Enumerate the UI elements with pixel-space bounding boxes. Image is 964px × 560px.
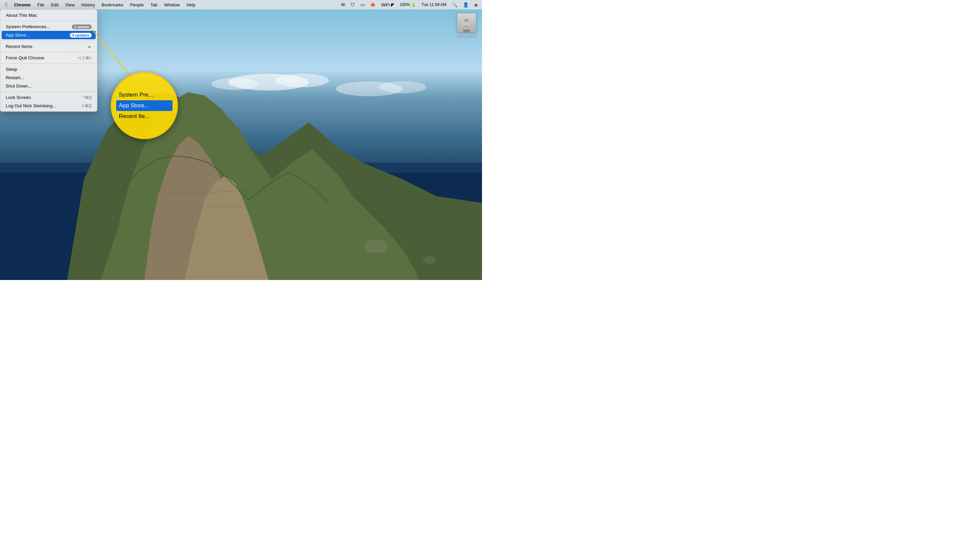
menubar-left:  Chrome File Edit View History Bookmark… [3, 1, 198, 8]
menu-item-sleep[interactable]: Sleep [0, 65, 97, 73]
menu-item-force-quit-label: Force Quit Chrome [6, 55, 44, 60]
menu-item-lock-screen[interactable]: Lock Screen ^⌘Q [0, 93, 97, 102]
menu-item-app-store[interactable]: App Store... 4 updates [2, 31, 96, 39]
menubar-avatar[interactable]: 👤 [461, 2, 470, 8]
usb-drive[interactable]: USB DRIVE [457, 13, 477, 37]
recent-items-arrow: ► [88, 45, 92, 49]
app-store-badge: 4 updates [70, 33, 92, 37]
log-out-shortcut: ⇧⌘Q [81, 104, 92, 108]
usb-drive-label: USB DRIVE [457, 34, 477, 37]
menu-item-system-prefs[interactable]: System Preferences... 1 update [0, 23, 97, 31]
zoom-item-recent-items: Recent Ite... [116, 111, 173, 122]
svg-point-2 [364, 240, 388, 253]
system-prefs-badge: 1 update [72, 24, 92, 29]
menu-item-about-label: About This Mac [6, 13, 37, 18]
menubar-right: ✉ 🛡 ▭ 🍁 WiFi ◤ 100% 🔋 Tue 11:59 AM 🔍 👤 ≣ [340, 2, 479, 8]
menu-item-app-store-label: App Store... [6, 32, 29, 37]
menubar-app-name[interactable]: Chrome [11, 2, 33, 8]
menubar-wifi[interactable]: WiFi ◤ [379, 2, 396, 8]
menu-item-sleep-label: Sleep [6, 67, 18, 72]
menubar-view[interactable]: View [62, 2, 77, 8]
zoom-item-app-store: App Store... [116, 100, 173, 111]
menubar-airplay-icon[interactable]: ▭ [359, 2, 366, 8]
mail-icon: ✉ [341, 2, 345, 7]
svg-point-3 [423, 256, 436, 264]
wifi-icon: WiFi ◤ [381, 2, 394, 7]
svg-rect-10 [464, 26, 469, 28]
battery-icon: 🔋 [411, 2, 416, 7]
menubar:  Chrome File Edit View History Bookmark… [0, 0, 482, 10]
battery-percent: 100% [400, 2, 410, 7]
apple-dropdown-menu: About This Mac System Preferences... 1 u… [0, 10, 97, 112]
lock-screen-shortcut: ^⌘Q [83, 95, 92, 100]
svg-rect-12 [467, 19, 469, 21]
menu-item-about[interactable]: About This Mac [0, 11, 97, 19]
menu-item-log-out-label: Log Out Nick Steinberg... [6, 103, 56, 108]
avatar-icon: 👤 [463, 2, 469, 7]
menu-item-shut-down[interactable]: Shut Down... [0, 82, 97, 90]
menu-item-system-prefs-label: System Preferences... [6, 24, 50, 29]
menubar-notification-center[interactable]: ≣ [472, 2, 479, 8]
menu-separator-1 [0, 21, 97, 21]
menubar-mail-icon[interactable]: ✉ [340, 2, 347, 8]
menubar-people[interactable]: People [127, 2, 147, 8]
svg-point-5 [275, 74, 329, 87]
zoom-item-system-prefs: System Pre... [116, 89, 173, 100]
svg-point-8 [379, 81, 426, 93]
vpn-icon: 🛡 [350, 2, 355, 7]
apple-menu-button[interactable]:  [3, 1, 10, 8]
menu-item-force-quit[interactable]: Force Quit Chrome ⌥⇧⌘⎋ [0, 54, 97, 62]
menubar-history[interactable]: History [78, 2, 97, 8]
menu-item-log-out[interactable]: Log Out Nick Steinberg... ⇧⌘Q [0, 102, 97, 110]
menubar-bookmarks[interactable]: Bookmarks [99, 2, 126, 8]
menubar-flag-icon[interactable]: 🍁 [369, 2, 377, 8]
menu-item-recent-items-label: Recent Items [6, 44, 33, 49]
search-icon: 🔍 [452, 2, 458, 7]
menu-item-lock-screen-label: Lock Screen [6, 95, 31, 100]
menubar-window[interactable]: Window [161, 2, 182, 8]
svg-rect-11 [464, 19, 467, 21]
airplay-icon: ▭ [360, 2, 365, 7]
menubar-file[interactable]: File [34, 2, 47, 8]
menu-item-restart[interactable]: Restart... [0, 73, 97, 82]
menubar-battery[interactable]: 100% 🔋 [399, 2, 418, 8]
zoom-annotation-circle: System Pre... App Store... Recent Ite... [111, 72, 178, 139]
menubar-edit[interactable]: Edit [48, 2, 61, 8]
menu-item-restart-label: Restart... [6, 75, 24, 80]
svg-point-6 [212, 78, 259, 90]
menubar-vpn-icon[interactable]: 🛡 [349, 2, 357, 8]
notification-icon: ≣ [474, 2, 478, 7]
force-quit-shortcut: ⌥⇧⌘⎋ [77, 56, 92, 60]
menu-separator-5 [0, 91, 97, 92]
menu-item-shut-down-label: Shut Down... [6, 83, 31, 89]
menu-item-recent-items[interactable]: Recent Items ► [0, 42, 97, 50]
menubar-search-button[interactable]: 🔍 [451, 2, 459, 8]
menubar-help[interactable]: Help [184, 2, 198, 8]
usb-drive-icon [457, 13, 476, 32]
flag-icon: 🍁 [370, 2, 376, 7]
zoom-content: System Pre... App Store... Recent Ite... [112, 89, 177, 122]
menu-separator-2 [0, 41, 97, 41]
menu-separator-4 [0, 63, 97, 64]
menubar-clock: Tue 11:59 AM [420, 2, 448, 8]
svg-rect-13 [464, 21, 469, 22]
menu-separator-3 [0, 52, 97, 52]
menubar-tab[interactable]: Tab [148, 2, 160, 8]
